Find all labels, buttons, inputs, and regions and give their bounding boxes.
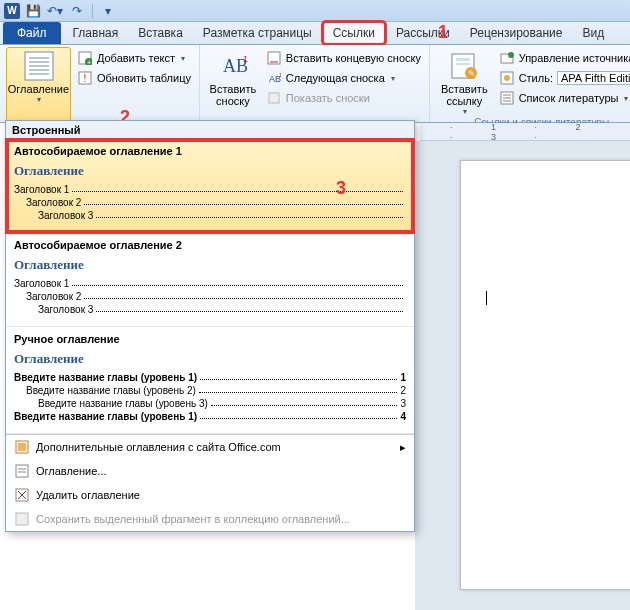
tab-file[interactable]: Файл <box>3 22 61 44</box>
insert-endnote-button[interactable]: Вставить концевую сноску <box>264 49 423 67</box>
ribbon-tabs: Файл Главная Вставка Разметка страницы С… <box>0 22 630 45</box>
qat-save[interactable]: 💾 <box>24 2 42 20</box>
tab-view[interactable]: Вид <box>572 22 614 44</box>
qat-undo[interactable]: ↶▾ <box>46 2 64 20</box>
tab-references[interactable]: Ссылки <box>322 21 386 45</box>
show-footnotes-button[interactable]: Показать сноски <box>264 89 423 107</box>
chevron-right-icon: ▸ <box>400 441 406 454</box>
annotation-1: 1 <box>438 22 448 43</box>
insert-footnote-button[interactable]: AB1 Вставить сноску <box>206 47 260 122</box>
document-page[interactable] <box>460 160 630 590</box>
svg-point-24 <box>508 52 514 58</box>
toc1-line-2: Заголовок 2 <box>14 196 406 209</box>
qat-redo[interactable]: ↷ <box>68 2 86 20</box>
toc-icon <box>22 50 54 82</box>
insert-citation-label: Вставить ссылку <box>441 83 488 107</box>
svg-rect-39 <box>16 513 28 525</box>
toc-heading-1: Оглавление <box>14 163 406 179</box>
group-toc: Оглавление + Добавить текст ! Обновить т… <box>0 45 200 122</box>
svg-text:1: 1 <box>243 54 248 64</box>
endnote-icon <box>266 50 282 66</box>
tab-mailings[interactable]: Рассылки <box>386 22 460 44</box>
svg-point-26 <box>504 75 510 81</box>
ribbon: Оглавление + Добавить текст ! Обновить т… <box>0 45 630 123</box>
horizontal-ruler[interactable]: · 1 · 2 · 3 · <box>420 123 630 141</box>
gallery-manual-title: Ручное оглавление <box>14 333 406 345</box>
svg-text:1: 1 <box>279 72 281 78</box>
custom-toc-icon <box>14 463 30 479</box>
citation-style-dropdown[interactable]: Стиль: APA Fifth Editi <box>497 69 630 87</box>
qat-divider <box>92 4 93 18</box>
add-text-button[interactable]: + Добавить текст <box>75 49 193 67</box>
toc-heading-2: Оглавление <box>14 257 406 273</box>
gallery-auto2-title: Автособираемое оглавление 2 <box>14 239 406 251</box>
gallery-auto-toc-2[interactable]: Автособираемое оглавление 2 Оглавление З… <box>6 233 414 327</box>
tab-insert[interactable]: Вставка <box>128 22 193 44</box>
toc-button[interactable]: Оглавление <box>6 47 71 122</box>
toc-gallery: Встроенный Автособираемое оглавление 1 О… <box>5 120 415 532</box>
tocm-line-2: Введите название главы (уровень 2)2 <box>14 384 406 397</box>
office-icon <box>14 439 30 455</box>
tocm-line-1: Введите название главы (уровень 1)1 <box>14 371 406 384</box>
bibliography-icon <box>499 90 515 106</box>
svg-rect-33 <box>16 465 28 477</box>
svg-rect-32 <box>18 443 26 451</box>
gallery-save-selection: Сохранить выделенный фрагмент в коллекци… <box>6 507 414 531</box>
insert-footnote-label: Вставить сноску <box>210 83 257 107</box>
gallery-auto1-title: Автособираемое оглавление 1 <box>14 145 406 157</box>
group-citations: ✎ Вставить ссылку Управление источникам … <box>430 45 630 122</box>
svg-rect-20 <box>456 63 470 65</box>
toc1-line-1: Заголовок 1 <box>14 183 406 196</box>
annotation-3: 3 <box>336 178 346 199</box>
bibliography-button[interactable]: Список литературы <box>497 89 630 107</box>
save-selection-icon <box>14 511 30 527</box>
svg-text:✎: ✎ <box>468 69 475 78</box>
tocm-line-3: Введите название главы (уровень 3)3 <box>14 397 406 410</box>
group-footnotes: AB1 Вставить сноску Вставить концевую сн… <box>200 45 430 122</box>
update-table-icon: ! <box>77 70 93 86</box>
toc-heading-3: Оглавление <box>14 351 406 367</box>
insert-citation-button[interactable]: ✎ Вставить ссылку <box>436 47 493 117</box>
tab-page-layout[interactable]: Разметка страницы <box>193 22 322 44</box>
gallery-manual-toc[interactable]: Ручное оглавление Оглавление Введите наз… <box>6 327 414 434</box>
toc2-line-1: Заголовок 1 <box>14 277 406 290</box>
tab-review[interactable]: Рецензирование <box>460 22 573 44</box>
gallery-footer: Дополнительные оглавления с сайта Office… <box>6 434 414 531</box>
svg-text:+: + <box>87 59 91 65</box>
toc2-line-3: Заголовок 3 <box>14 303 406 316</box>
gallery-auto-toc-1[interactable]: Автособираемое оглавление 1 Оглавление З… <box>6 139 414 233</box>
toc2-line-2: Заголовок 2 <box>14 290 406 303</box>
tab-home[interactable]: Главная <box>63 22 129 44</box>
qat-customize[interactable]: ▾ <box>99 2 117 20</box>
manage-sources-icon <box>499 50 515 66</box>
next-footnote-icon: AB1 <box>266 70 282 86</box>
update-table-button[interactable]: ! Обновить таблицу <box>75 69 193 87</box>
gallery-remove-toc[interactable]: Удалить оглавление <box>6 483 414 507</box>
svg-text:!: ! <box>84 73 87 84</box>
toc1-line-3: Заголовок 3 <box>14 209 406 222</box>
remove-toc-icon <box>14 487 30 503</box>
insert-footnote-icon: AB1 <box>217 50 249 82</box>
svg-rect-19 <box>456 58 470 61</box>
show-footnotes-icon <box>266 90 282 106</box>
svg-rect-17 <box>269 93 279 103</box>
add-text-icon: + <box>77 50 93 66</box>
title-bar: W 💾 ↶▾ ↷ ▾ <box>0 0 630 22</box>
style-icon <box>499 70 515 86</box>
gallery-more-office[interactable]: Дополнительные оглавления с сайта Office… <box>6 435 414 459</box>
gallery-builtin-header: Встроенный <box>6 121 414 139</box>
toc-button-label: Оглавление <box>8 83 69 95</box>
insert-citation-icon: ✎ <box>448 50 480 82</box>
gallery-custom-toc[interactable]: Оглавление... <box>6 459 414 483</box>
next-footnote-button[interactable]: AB1 Следующая сноска <box>264 69 423 87</box>
manage-sources-button[interactable]: Управление источникам <box>497 49 630 67</box>
tocm-line-4: Введите название главы (уровень 1)4 <box>14 410 406 423</box>
text-cursor <box>486 291 487 305</box>
word-icon: W <box>4 3 20 19</box>
